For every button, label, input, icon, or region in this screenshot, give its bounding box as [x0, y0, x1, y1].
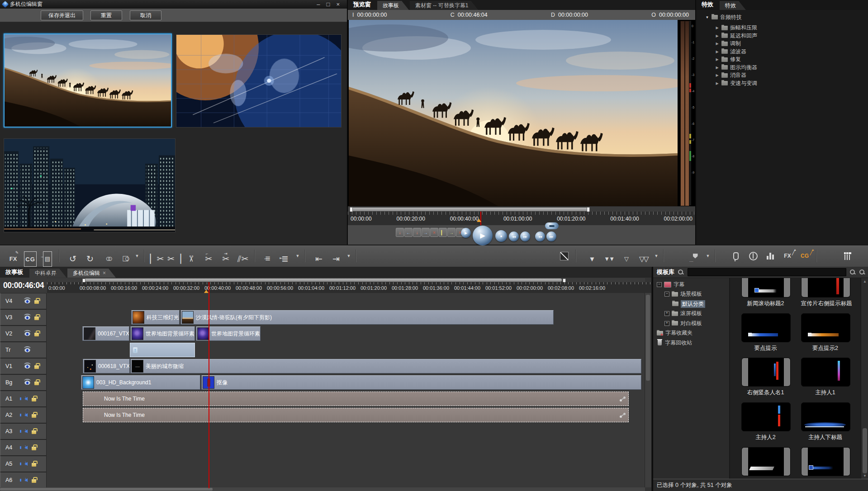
- audio-mute-icon[interactable]: [24, 478, 28, 482]
- goto-out-icon[interactable]: →: [422, 228, 430, 237]
- clip-世界地图背景循环素材H...[interactable]: 世界地图背景循环素材H...: [196, 326, 261, 341]
- collapse-box-icon[interactable]: −: [664, 292, 669, 297]
- track-lock-icon[interactable]: [34, 300, 39, 304]
- remove-gap-icon[interactable]: ⫽✂: [235, 249, 251, 263]
- v-scroll-thumb[interactable]: [646, 295, 650, 381]
- template-tree-item-对白模板[interactable]: +对白模板: [664, 320, 702, 327]
- replace-clip-icon[interactable]: ▽: [619, 249, 634, 263]
- track-lane-A4[interactable]: [47, 439, 645, 456]
- effects-tree-item[interactable]: ▶滤波器: [715, 48, 746, 55]
- group-clips-icon[interactable]: □○: [117, 249, 132, 263]
- audio-mute-icon[interactable]: [24, 446, 28, 449]
- track-lock-icon[interactable]: [34, 382, 39, 385]
- preview-ruler[interactable]: 00:00:0000:00:20:0000:00:40:0000:01:00:0…: [348, 212, 695, 225]
- timeline-h-scrollbar-top[interactable]: [47, 278, 645, 282]
- track-lock-icon[interactable]: [34, 333, 39, 336]
- effects-tree-item[interactable]: ▶延迟和回声: [715, 32, 757, 39]
- mark-in-icon[interactable]: ↓: [396, 228, 404, 237]
- effects-tree-item[interactable]: ▶图示均衡器: [715, 64, 757, 71]
- tab-effects[interactable]: 特效: [720, 1, 746, 10]
- preview-playhead[interactable]: [480, 212, 481, 225]
- vectorscope-icon[interactable]: [745, 249, 761, 263]
- undo-icon[interactable]: ↺: [65, 249, 81, 263]
- effects-tree-item[interactable]: ▶变速与变调: [715, 80, 757, 87]
- template-thumbnail[interactable]: [741, 278, 791, 297]
- save-exit-button[interactable]: 保存并退出: [41, 10, 83, 20]
- template-thumbnail[interactable]: [801, 447, 850, 476]
- effects-tree-item[interactable]: ▶消音器: [715, 72, 746, 79]
- track-header-Bg[interactable]: Bg: [0, 374, 47, 391]
- collapsed-arrow-icon[interactable]: ▶: [715, 73, 719, 77]
- track-visibility-icon[interactable]: [24, 316, 30, 320]
- template-item[interactable]: 右侧竖条人名1: [741, 358, 790, 397]
- align-dropdown-chevron[interactable]: ▼: [294, 249, 301, 263]
- goto-in-icon[interactable]: ←: [404, 228, 413, 237]
- timeline-v-scrollbar[interactable]: [645, 293, 651, 487]
- track-lock-icon[interactable]: [32, 430, 36, 434]
- collapsed-arrow-icon[interactable]: ▶: [715, 81, 719, 85]
- play-button[interactable]: ▶: [473, 226, 493, 246]
- audio-mute-icon[interactable]: [24, 413, 28, 417]
- template-item[interactable]: 主持人2: [741, 402, 790, 441]
- track-visibility-icon[interactable]: [24, 299, 30, 303]
- track-lock-icon[interactable]: [32, 479, 36, 483]
- clip-Now Is The Time[interactable]: Now Is The Time: [83, 408, 629, 422]
- template-thumbnail[interactable]: [741, 358, 791, 387]
- track-lane-V4[interactable]: [47, 293, 645, 310]
- track-header-A6[interactable]: A6: [0, 472, 47, 488]
- expand-box-icon[interactable]: +: [664, 311, 669, 316]
- track-header-V1[interactable]: V1: [0, 358, 47, 374]
- collapsed-arrow-icon[interactable]: ▶: [715, 66, 719, 70]
- template-thumbnail[interactable]: [801, 402, 850, 431]
- nav-dropdown-chevron[interactable]: ▼: [346, 249, 352, 263]
- search-go-icon[interactable]: [850, 269, 856, 275]
- timeline-ruler[interactable]: 0:00:0000:00:08:0000:00:16:0000:00:24:00…: [47, 282, 651, 293]
- effects-tree-item[interactable]: ▶修复: [715, 56, 741, 63]
- track-visibility-icon[interactable]: [24, 332, 30, 336]
- track-lock-icon[interactable]: [32, 447, 36, 450]
- voiceover-record-icon[interactable]: [728, 249, 744, 263]
- track-lock-icon[interactable]: [32, 398, 36, 401]
- link-clips-icon[interactable]: ○○: [100, 249, 115, 263]
- scroll-down-arrow[interactable]: ▼: [863, 474, 867, 478]
- effects-tree-item[interactable]: ▼音频特技: [705, 14, 742, 21]
- effects-tree-item[interactable]: ▶调制: [715, 40, 741, 47]
- audio-meter-icon[interactable]: [763, 249, 778, 263]
- template-item[interactable]: 主持人1: [801, 358, 849, 397]
- scroll-up-arrow[interactable]: ▲: [863, 279, 867, 283]
- track-lane-A3[interactable]: [47, 423, 645, 440]
- template-item[interactable]: 要点提示: [741, 313, 790, 352]
- template-tree-item-字幕收藏夹[interactable]: ★字幕收藏夹: [657, 330, 693, 337]
- track-lock-icon[interactable]: [32, 463, 36, 467]
- cut-in-icon[interactable]: ▏✂: [149, 249, 165, 263]
- add-edit-point-icon[interactable]: ▎: [439, 228, 447, 237]
- collapse-box-icon[interactable]: −: [657, 282, 662, 287]
- audio-clip-end-icon[interactable]: [619, 412, 626, 418]
- template-thumbnail[interactable]: [801, 278, 850, 297]
- collapsed-arrow-icon[interactable]: ▶: [715, 50, 719, 54]
- cut-all-tracks-icon[interactable]: ✂: [184, 249, 199, 263]
- insert-dropdown-chevron[interactable]: ▼: [653, 249, 659, 263]
- template-tree-item-默认分类[interactable]: 默认分类: [672, 300, 705, 307]
- clear-marks-icon[interactable]: ×: [430, 228, 438, 237]
- template-thumbnail[interactable]: [801, 313, 850, 342]
- track-header-V4[interactable]: V4: [0, 293, 47, 309]
- marker-icon[interactable]: ···: [688, 249, 703, 263]
- ripple-left-icon[interactable]: ✂⌐: [201, 249, 216, 263]
- timeline-h-scrollbar-bottom[interactable]: [0, 487, 645, 491]
- h-scroll-thumb[interactable]: [0, 488, 213, 491]
- audio-mixer-icon[interactable]: [840, 249, 855, 263]
- clip-抠像[interactable]: 抠像: [201, 375, 641, 390]
- track-visibility-icon[interactable]: [24, 348, 30, 352]
- clip-世界地图背景循环素材H...[interactable]: 世界地图背景循环素材H...: [130, 326, 195, 341]
- minimize-button[interactable]: –: [317, 1, 320, 8]
- timeline-tab-2[interactable]: 多机位编辑 ×: [67, 269, 116, 278]
- audio-mute-icon[interactable]: [24, 462, 28, 466]
- goto-edit-point-icon[interactable]: →: [447, 228, 455, 237]
- cg-wizard-icon[interactable]: CG✦: [797, 249, 812, 263]
- timeline-tab-1[interactable]: 中科卓昇: [29, 269, 66, 278]
- template-item[interactable]: 右飞滚动新闻字幕条: [801, 447, 849, 479]
- clip-Now Is The Time[interactable]: Now Is The Time: [83, 392, 629, 406]
- expand-box-icon[interactable]: +: [664, 321, 669, 326]
- close-tab-icon[interactable]: ×: [103, 270, 106, 276]
